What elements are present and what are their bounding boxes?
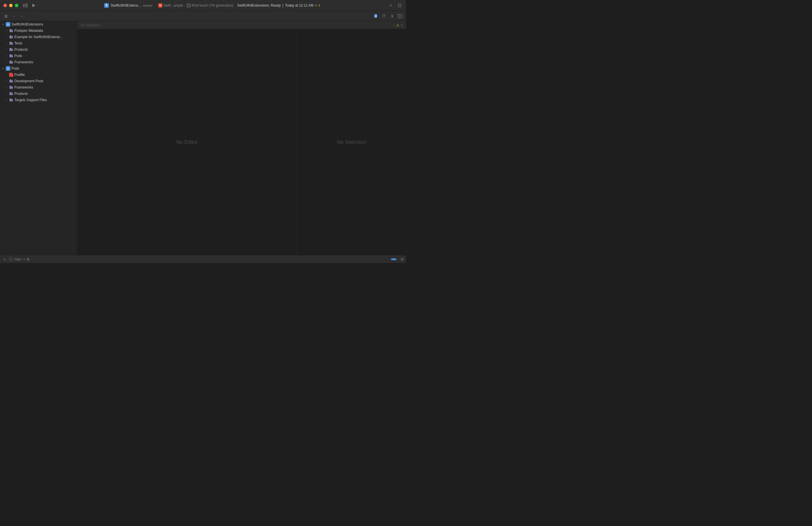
sidebar-item-products-1[interactable]: Products — [0, 46, 77, 53]
folder-icon-dev-pods — [9, 79, 13, 83]
nav-forward-button[interactable]: › — [401, 23, 403, 28]
project-name: SwiftUIKitExtens... — [111, 3, 141, 8]
nav-back-button[interactable]: ‹ — [393, 23, 395, 28]
sidebar-label-podspec: Podspec Metadata — [14, 29, 43, 33]
sidebar-label-pods-child: Pods — [14, 54, 22, 58]
sidebar-label-podfile: Podfile — [14, 73, 25, 77]
sidebar-toggle-button[interactable] — [22, 2, 29, 9]
filter-area: ⊙ Filter — [9, 257, 21, 261]
breadcrumb-separator-1: › — [184, 3, 185, 8]
pods-project-icon: A — [6, 66, 10, 71]
swift-icon: S — [158, 3, 162, 8]
tree-arrow-products-2 — [4, 92, 8, 95]
title-bar: A SwiftUIKitExtens... master S Swift...a… — [0, 0, 406, 11]
sidebar-item-dev-pods[interactable]: Development Pods — [0, 78, 77, 84]
branch-name: master — [143, 4, 153, 7]
sidebar-item-products-2[interactable]: Products — [0, 90, 77, 97]
project-icon: A — [104, 3, 109, 8]
no-selection-placeholder: No Selection — [337, 139, 366, 145]
tree-arrow-dev-pods — [4, 79, 8, 83]
sidebar-item-example[interactable]: Example for SwiftUIKitExtensi... — [0, 34, 77, 40]
no-editor-placeholder: No Editor — [176, 139, 198, 145]
tree-arrow-frameworks-1 — [4, 60, 8, 64]
title-bar-right: + ⊡ — [388, 2, 406, 9]
editor-warning-icon: ⚠ — [396, 23, 400, 27]
grid-list-toggle[interactable]: ⊞ — [27, 257, 29, 261]
grid-view-button[interactable]: ⊞ — [2, 12, 10, 20]
tree-arrow-root — [1, 23, 4, 26]
new-file-button[interactable] — [372, 12, 380, 20]
editor-header-left: No Selection — [81, 23, 100, 27]
close-button[interactable] — [3, 4, 7, 7]
folder-icon-products-2 — [9, 92, 13, 96]
status-time: Today at 12:11 AM — [285, 3, 314, 8]
sidebar-item-podspec[interactable]: Podspec Metadata — [0, 28, 77, 34]
device-icon: 📱 — [187, 3, 191, 8]
editor-content: No Editor No Selection — [77, 29, 406, 255]
status-bar: SwiftUIKitExtensions: Ready | Today at 1… — [237, 3, 314, 8]
project-file-icon: A — [6, 22, 10, 27]
folder-icon-tests — [9, 41, 13, 45]
sidebar-item-root[interactable]: A SwiftUIKitExtensions — [0, 21, 77, 28]
add-item-button[interactable]: + — [2, 257, 7, 261]
title-bar-center: A SwiftUIKitExtens... master S Swift...a… — [37, 3, 388, 8]
folder-icon-frameworks-1 — [9, 60, 13, 64]
sidebar-label-products-1: Products — [14, 47, 28, 52]
tree-arrow-products-1 — [4, 48, 8, 51]
add-list-button[interactable]: + — [23, 257, 25, 261]
info-button[interactable]: ℹ — [388, 12, 396, 20]
warning-badge[interactable]: ⚠ 3 — [315, 3, 320, 7]
sidebar-root-label: SwiftUIKitExtensions — [12, 22, 43, 26]
editor-main: No Editor — [77, 29, 297, 255]
svg-rect-2 — [25, 5, 28, 6]
forward-button[interactable]: › — [18, 12, 26, 20]
tree-arrow-frameworks-2 — [4, 86, 8, 89]
sidebar-item-tests[interactable]: Tests — [0, 40, 77, 46]
sidebar-label-dev-pods: Development Pods — [14, 79, 43, 83]
add-button[interactable]: + — [388, 2, 394, 9]
sidebar-item-podfile[interactable]: Podfile — [0, 72, 77, 78]
sidebar-label-example: Example for SwiftUIKitExtensi... — [14, 35, 63, 39]
sidebar-label-pods-root: Pods — [12, 67, 19, 70]
svg-marker-4 — [32, 4, 35, 7]
layout-button[interactable]: ⊡ — [396, 2, 403, 9]
sidebar-item-targets-support[interactable]: Targets Support Files — [0, 97, 77, 103]
sidebar-item-pods-child[interactable]: Pods — [0, 53, 77, 59]
sidebar-label-tests: Tests — [14, 41, 22, 45]
folder-icon-podspec — [9, 29, 13, 33]
svg-rect-0 — [23, 4, 25, 7]
split-view-button[interactable] — [396, 12, 404, 20]
tree-arrow-pods-root — [1, 67, 4, 70]
layout-toggle-button[interactable]: ⊟ — [401, 257, 404, 261]
tree-arrow-podspec — [4, 29, 8, 32]
back-button[interactable]: ‹ — [10, 12, 18, 20]
sidebar: A SwiftUIKitExtensions Podspec Metadata … — [0, 21, 77, 255]
filter-label: Filter — [14, 258, 21, 261]
project-info: A SwiftUIKitExtens... master — [104, 3, 153, 8]
maximize-button[interactable] — [15, 4, 18, 7]
folder-icon-targets-support — [9, 98, 13, 102]
sidebar-item-frameworks-1[interactable]: Frameworks — [0, 59, 77, 65]
editor-area: No Selection ‹ ⚠ › No Editor No Selectio… — [77, 21, 406, 255]
no-selection-label: No Selection — [81, 23, 100, 27]
svg-rect-1 — [25, 4, 28, 4]
status-text: SwiftUIKitExtensions: Ready — [237, 3, 280, 8]
podfile-icon — [9, 73, 13, 77]
bottom-bar: + ⊙ Filter + ⊞ ⊟ — [0, 255, 406, 263]
tree-arrow-tests — [4, 42, 8, 45]
history-button[interactable]: ⏱ — [380, 12, 388, 20]
toolbar: ⊞ ‹ › ⏱ ℹ — [0, 11, 406, 21]
minimize-button[interactable] — [9, 4, 13, 7]
tree-arrow-pods-child — [4, 54, 8, 58]
tree-arrow-example — [4, 35, 8, 39]
sidebar-item-frameworks-2[interactable]: Frameworks — [0, 84, 77, 90]
sidebar-label-products-2: Products — [14, 92, 28, 96]
breadcrumb-swift: S Swift...ample — [158, 3, 183, 8]
progress-indicator — [391, 258, 396, 260]
folder-icon-example — [9, 35, 13, 39]
breadcrumb-swift-label: Swift...ample — [163, 3, 183, 8]
sidebar-item-pods-root[interactable]: A Pods — [0, 65, 77, 72]
sidebar-label-frameworks-2: Frameworks — [14, 85, 33, 89]
play-button[interactable] — [30, 2, 37, 9]
bottom-right: ⊟ — [391, 257, 404, 261]
